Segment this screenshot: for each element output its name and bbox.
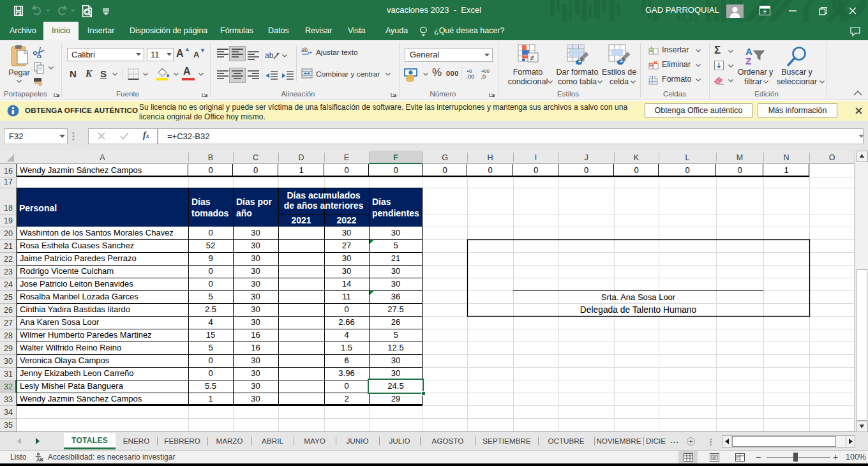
svg-text:ab: ab (301, 47, 308, 53)
svg-text:17: 17 (4, 177, 13, 186)
svg-text:0: 0 (208, 228, 213, 237)
svg-text:Ana Karen Sosa Loor: Ana Karen Sosa Loor (20, 317, 100, 327)
svg-text:31: 31 (4, 370, 13, 379)
svg-text:34: 34 (4, 408, 13, 417)
svg-text:0: 0 (534, 165, 538, 175)
svg-text:Wendy Jazmin Sánchez Campos: Wendy Jazmin Sánchez Campos (20, 394, 142, 403)
svg-text:21: 21 (391, 253, 400, 263)
svg-text:29: 29 (4, 344, 13, 353)
svg-text:0: 0 (344, 381, 348, 391)
svg-text:Walter Wilfrido Reino Reino: Walter Wilfrido Reino Reino (20, 343, 121, 352)
svg-text:tomados: tomados (191, 208, 229, 218)
svg-text:12.5: 12.5 (387, 343, 403, 352)
svg-text:30: 30 (251, 381, 260, 391)
svg-text:30: 30 (391, 279, 400, 289)
svg-text:≠: ≠ (530, 53, 534, 63)
svg-text:Z: Z (745, 56, 751, 66)
svg-text:20: 20 (4, 229, 13, 238)
svg-text:30: 30 (251, 253, 260, 263)
svg-text:15: 15 (206, 330, 215, 340)
svg-text:Jose Patricio Leiton Benavides: Jose Patricio Leiton Benavides (20, 279, 133, 289)
svg-text:1: 1 (208, 394, 213, 403)
svg-text:0: 0 (208, 165, 213, 175)
svg-text:0: 0 (208, 356, 213, 365)
svg-text:23: 23 (4, 267, 13, 276)
svg-text:O: O (829, 153, 835, 162)
svg-text:25: 25 (4, 293, 13, 302)
svg-text:0: 0 (488, 165, 492, 175)
svg-text:D: D (298, 153, 304, 162)
svg-text:30: 30 (251, 317, 260, 327)
svg-text:0: 0 (208, 266, 213, 276)
svg-text:30: 30 (251, 394, 260, 403)
svg-text:30: 30 (251, 241, 260, 250)
svg-text:35: 35 (4, 421, 13, 430)
svg-text:J: J (584, 153, 588, 162)
svg-text:B: B (208, 153, 213, 162)
svg-text:28: 28 (4, 331, 13, 340)
svg-text:30: 30 (251, 266, 260, 276)
svg-text:0: 0 (253, 165, 258, 175)
svg-text:Wilmer Humberto Paredes Martin: Wilmer Humberto Paredes Martinez (20, 330, 152, 340)
svg-text:19: 19 (4, 216, 13, 225)
svg-text:ab: ab (265, 51, 274, 60)
svg-text:30: 30 (251, 228, 260, 237)
svg-text:5: 5 (393, 241, 398, 250)
svg-text:2: 2 (344, 394, 348, 403)
svg-text:5: 5 (393, 330, 398, 340)
svg-text:30: 30 (342, 266, 351, 276)
svg-text:27: 27 (342, 241, 351, 250)
svg-text:6: 6 (344, 356, 348, 365)
svg-text:I: I (535, 153, 537, 162)
svg-text:0: 0 (685, 165, 689, 175)
svg-text:0: 0 (344, 304, 348, 314)
svg-text:32: 32 (4, 382, 13, 391)
svg-text:1: 1 (784, 165, 788, 175)
svg-text:0: 0 (737, 165, 742, 175)
svg-text:Rodrigo Vicente Cuicham: Rodrigo Vicente Cuicham (20, 266, 114, 276)
svg-text:22: 22 (4, 255, 13, 264)
svg-text:24: 24 (4, 280, 13, 289)
svg-text:2021: 2021 (291, 215, 311, 225)
svg-text:5.5: 5.5 (205, 381, 216, 391)
svg-text:Rosalba Maribel Lozada Garces: Rosalba Maribel Lozada Garces (20, 292, 138, 301)
svg-text:30: 30 (391, 228, 400, 237)
svg-text:M: M (737, 153, 743, 162)
svg-text:30: 30 (342, 228, 351, 237)
svg-text:G: G (442, 153, 448, 162)
svg-text:pendientes: pendientes (372, 208, 419, 218)
svg-text:33: 33 (4, 395, 13, 404)
svg-text:27.5: 27.5 (387, 304, 403, 314)
svg-text:16: 16 (4, 167, 13, 176)
svg-text:30: 30 (251, 279, 260, 289)
svg-text:18: 18 (4, 204, 13, 213)
svg-text:L: L (685, 153, 690, 162)
svg-text:3.96: 3.96 (338, 368, 354, 378)
svg-text:K: K (634, 153, 640, 162)
svg-text:16: 16 (251, 330, 260, 340)
svg-text:30: 30 (4, 357, 13, 366)
svg-text:30: 30 (391, 368, 400, 378)
svg-text:Delegada de Talento Humano: Delegada de Talento Humano (580, 305, 697, 315)
svg-text:H: H (487, 153, 493, 162)
svg-text:2.5: 2.5 (205, 304, 216, 314)
svg-text:30: 30 (251, 304, 260, 314)
svg-text:de años anteriores: de años anteriores (284, 200, 364, 211)
svg-text:Días por: Días por (236, 197, 273, 207)
svg-text:Cinthia Yadira Bastidas litard: Cinthia Yadira Bastidas litardo (20, 304, 130, 314)
svg-text:Días: Días (372, 197, 391, 207)
svg-text:Lesly Mishel Pata Banguera: Lesly Mishel Pata Banguera (20, 381, 124, 391)
svg-text:27: 27 (4, 319, 13, 327)
svg-text:2022: 2022 (336, 215, 356, 225)
svg-text:9: 9 (208, 253, 213, 263)
svg-text:E: E (344, 153, 349, 162)
svg-text:30: 30 (251, 292, 260, 301)
svg-text:F: F (393, 153, 398, 162)
svg-text:36: 36 (391, 292, 400, 301)
svg-text:Jaime Patricio Paredes Perrazo: Jaime Patricio Paredes Perrazo (20, 253, 137, 263)
svg-text:N: N (783, 153, 789, 162)
svg-text:0: 0 (634, 165, 638, 175)
svg-text:1: 1 (299, 165, 303, 175)
svg-text:Veronica Olaya Campos: Veronica Olaya Campos (20, 356, 110, 365)
svg-text:0: 0 (208, 368, 213, 378)
